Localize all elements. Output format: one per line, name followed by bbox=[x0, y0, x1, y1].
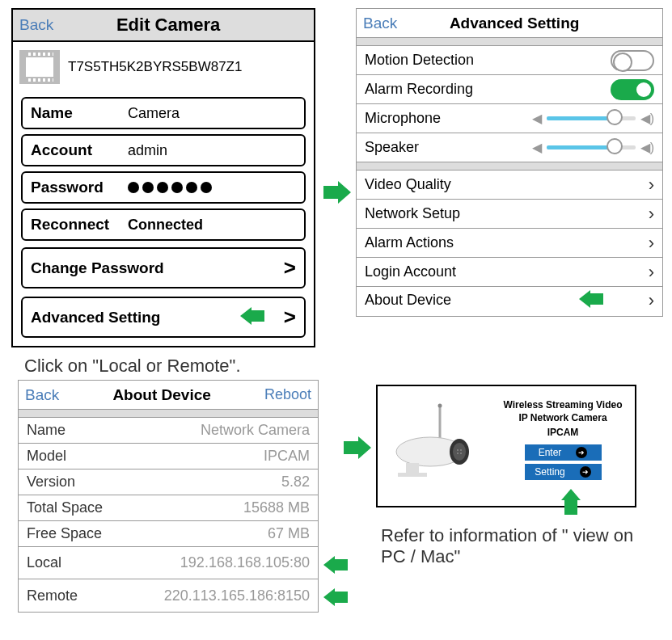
alarm-actions-label: Alarm Actions bbox=[365, 234, 454, 251]
about-local-row[interactable]: Local 192.168.168.105:80 bbox=[19, 547, 318, 579]
edit-camera-panel: Back Edit Camera T7S5TH5K2BYRS5BW87Z1 Na… bbox=[11, 8, 315, 347]
reboot-button[interactable]: Reboot bbox=[264, 386, 311, 403]
account-field[interactable]: Account admin bbox=[21, 134, 306, 166]
arrow-left-icon bbox=[323, 556, 348, 577]
model-value: IPCAM bbox=[264, 448, 310, 465]
local-label: Local bbox=[27, 554, 61, 571]
about-titlebar: Back About Device Reboot bbox=[19, 381, 318, 410]
account-value: admin bbox=[128, 142, 167, 159]
version-label: Version bbox=[27, 474, 75, 491]
svg-point-7 bbox=[438, 404, 442, 408]
remote-label: Remote bbox=[27, 587, 78, 604]
password-dots bbox=[128, 182, 212, 193]
back-button[interactable]: Back bbox=[25, 386, 59, 404]
separator bbox=[357, 38, 662, 46]
reconnect-value: Connected bbox=[128, 217, 203, 234]
remote-value: 220.113.165.186:8150 bbox=[164, 587, 310, 604]
microphone-row: Microphone ◀ ◀) bbox=[357, 104, 662, 133]
speaker-low-icon: ◀ bbox=[532, 140, 542, 155]
svg-marker-2 bbox=[579, 290, 603, 308]
about-device-button[interactable]: About Device › bbox=[357, 287, 662, 316]
about-remote-row[interactable]: Remote 220.113.165.186:8150 bbox=[19, 579, 318, 612]
separator bbox=[357, 162, 662, 171]
svg-marker-17 bbox=[561, 489, 581, 515]
back-button[interactable]: Back bbox=[19, 16, 53, 34]
motion-detection-toggle[interactable] bbox=[611, 50, 654, 71]
svg-marker-5 bbox=[344, 436, 371, 459]
arrow-left-icon bbox=[323, 588, 348, 609]
instruction-text: Click on "Local or Remote". bbox=[24, 356, 241, 377]
chevron-right-icon: › bbox=[649, 204, 654, 225]
svg-marker-1 bbox=[323, 181, 351, 204]
version-value: 5.82 bbox=[281, 474, 310, 491]
password-label: Password bbox=[31, 179, 128, 196]
network-setup-button[interactable]: Network Setup › bbox=[357, 200, 662, 229]
reconnect-field[interactable]: Reconnect Connected bbox=[21, 208, 306, 241]
about-version-row: Version 5.82 bbox=[19, 469, 318, 495]
total-value: 15688 MB bbox=[243, 499, 310, 516]
network-setup-label: Network Setup bbox=[365, 205, 460, 222]
speaker-label: Speaker bbox=[365, 139, 419, 156]
free-label: Free Space bbox=[27, 525, 102, 542]
video-quality-button[interactable]: Video Quality › bbox=[357, 171, 662, 200]
about-total-space-row: Total Space 15688 MB bbox=[19, 495, 318, 521]
free-value: 67 MB bbox=[268, 525, 310, 542]
chevron-right-icon: › bbox=[649, 290, 654, 311]
about-model-row: Model IPCAM bbox=[19, 444, 318, 469]
svg-marker-0 bbox=[240, 307, 264, 325]
video-quality-label: Video Quality bbox=[365, 176, 451, 193]
film-icon bbox=[19, 50, 60, 84]
setting-label: Setting bbox=[535, 466, 564, 478]
svg-marker-3 bbox=[323, 556, 348, 574]
advanced-setting-panel: Back Advanced Setting Motion Detection A… bbox=[356, 8, 663, 317]
enter-button[interactable]: Enter ➜ bbox=[525, 444, 602, 461]
chevron-right-icon: › bbox=[649, 233, 654, 254]
alarm-recording-toggle[interactable] bbox=[611, 79, 654, 100]
device-id-row: T7S5TH5K2BYRS5BW87Z1 bbox=[13, 42, 314, 92]
svg-point-13 bbox=[457, 453, 459, 454]
login-account-label: Login Account bbox=[365, 263, 456, 280]
name-value: Camera bbox=[128, 105, 180, 122]
microphone-slider[interactable]: ◀ ◀) bbox=[532, 111, 654, 126]
name-label: Name bbox=[31, 104, 128, 122]
microphone-label: Microphone bbox=[365, 110, 441, 127]
name-label: Name bbox=[27, 422, 66, 439]
separator bbox=[19, 410, 318, 418]
arrow-circle-icon: ➜ bbox=[576, 447, 587, 458]
instruction-text: Refer to information of " view on PC / M… bbox=[381, 525, 648, 567]
login-account-button[interactable]: Login Account › bbox=[357, 258, 662, 287]
alarm-actions-button[interactable]: Alarm Actions › bbox=[357, 229, 662, 258]
chevron-right-icon: › bbox=[649, 262, 654, 283]
name-field[interactable]: Name Camera bbox=[21, 97, 306, 129]
motion-detection-label: Motion Detection bbox=[365, 52, 474, 69]
panel-title: About Device bbox=[112, 386, 210, 404]
pointer-arrow-icon bbox=[579, 290, 603, 311]
svg-point-10 bbox=[453, 443, 466, 461]
web-interface-panel: Wireless Streaming Video IP Network Came… bbox=[376, 385, 636, 507]
advanced-titlebar: Back Advanced Setting bbox=[357, 9, 662, 38]
svg-point-11 bbox=[457, 449, 459, 451]
local-value: 192.168.168.105:80 bbox=[180, 554, 310, 571]
password-field[interactable]: Password bbox=[21, 171, 306, 204]
model-label: Model bbox=[27, 448, 66, 465]
reconnect-label: Reconnect bbox=[31, 216, 128, 234]
setting-button[interactable]: Setting ➜ bbox=[525, 464, 602, 480]
motion-detection-row: Motion Detection bbox=[357, 46, 662, 75]
about-device-label: About Device bbox=[365, 292, 451, 309]
pointer-arrow-icon bbox=[240, 307, 264, 328]
arrow-up-icon bbox=[561, 489, 581, 518]
about-device-panel: Back About Device Reboot Name Network Ca… bbox=[18, 380, 319, 613]
speaker-high-icon: ◀) bbox=[640, 140, 654, 155]
svg-point-14 bbox=[460, 453, 462, 454]
back-button[interactable]: Back bbox=[363, 15, 397, 32]
device-id: T7S5TH5K2BYRS5BW87Z1 bbox=[68, 59, 242, 75]
svg-point-12 bbox=[460, 449, 462, 451]
svg-rect-15 bbox=[406, 463, 419, 474]
chevron-right-icon: > bbox=[284, 255, 296, 280]
change-password-button[interactable]: Change Password > bbox=[21, 247, 306, 288]
advanced-setting-button[interactable]: Advanced Setting > bbox=[21, 297, 306, 338]
advanced-setting-label: Advanced Setting bbox=[31, 309, 160, 326]
change-password-label: Change Password bbox=[31, 259, 164, 277]
alarm-recording-row: Alarm Recording bbox=[357, 75, 662, 104]
speaker-slider[interactable]: ◀ ◀) bbox=[532, 140, 654, 155]
